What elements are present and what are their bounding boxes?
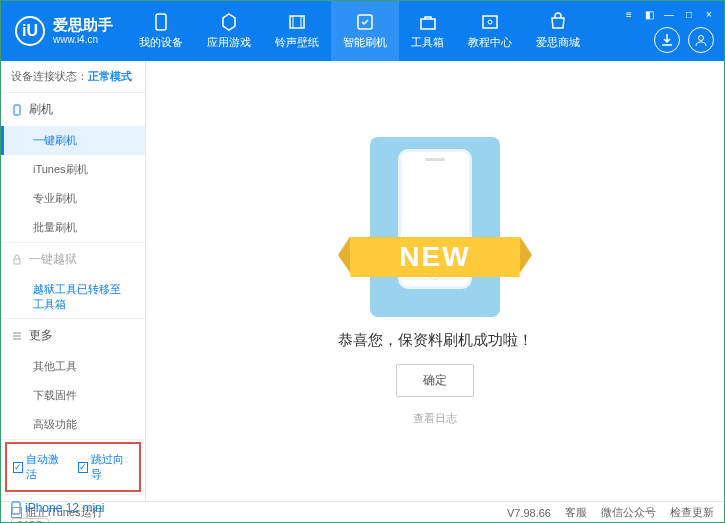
flash-icon xyxy=(355,12,375,32)
wallpaper-icon xyxy=(287,12,307,32)
footer-link-wechat[interactable]: 微信公众号 xyxy=(601,505,656,520)
main-nav: 我的设备应用游戏铃声壁纸智能刷机工具箱教程中心爱思商城 xyxy=(127,1,592,61)
checkbox-icon: ✓ xyxy=(78,462,88,473)
version-label: V7.98.66 xyxy=(507,507,551,519)
checkbox-1[interactable]: ✓跳过向导 xyxy=(78,452,133,482)
close-icon[interactable]: × xyxy=(702,7,716,21)
checkbox-icon: ✓ xyxy=(13,462,23,473)
sidebar: 设备连接状态：正常模式 刷机 一键刷机iTunes刷机专业刷机批量刷机 一键越狱… xyxy=(1,61,146,501)
app-title: 爱思助手 xyxy=(53,17,113,34)
user-icon[interactable] xyxy=(688,27,714,53)
tutorial-icon xyxy=(480,12,500,32)
nav-flash[interactable]: 智能刷机 xyxy=(331,1,399,61)
logo-area: iU 爱思助手 www.i4.cn xyxy=(1,16,127,46)
lock-icon xyxy=(11,254,23,266)
svg-point-5 xyxy=(488,20,492,24)
sidebar-item-more-2[interactable]: 高级功能 xyxy=(1,410,145,439)
nav-tutorial[interactable]: 教程中心 xyxy=(456,1,524,61)
options-highlight-box: ✓自动激活✓跳过向导 xyxy=(5,442,141,492)
phone-icon xyxy=(11,104,23,116)
svg-rect-0 xyxy=(156,14,166,30)
footer-link-support[interactable]: 客服 xyxy=(565,505,587,520)
app-url: www.i4.cn xyxy=(53,34,113,45)
nav-shop[interactable]: 爱思商城 xyxy=(524,1,592,61)
success-message: 恭喜您，保资料刷机成功啦！ xyxy=(338,331,533,350)
main-content: NEW 恭喜您，保资料刷机成功啦！ 确定 查看日志 xyxy=(146,61,724,501)
logo-icon: iU xyxy=(15,16,45,46)
nav-phone[interactable]: 我的设备 xyxy=(127,1,195,61)
new-banner: NEW xyxy=(350,236,521,276)
sidebar-item-more-0[interactable]: 其他工具 xyxy=(1,352,145,381)
svg-rect-3 xyxy=(421,19,435,29)
app-header: iU 爱思助手 www.i4.cn 我的设备应用游戏铃声壁纸智能刷机工具箱教程中… xyxy=(1,1,724,61)
nav-apps[interactable]: 应用游戏 xyxy=(195,1,263,61)
block-itunes-label: 阻止iTunes运行 xyxy=(26,505,103,520)
footer-link-update[interactable]: 检查更新 xyxy=(670,505,714,520)
block-itunes-checkbox[interactable] xyxy=(11,507,22,518)
svg-rect-8 xyxy=(14,259,20,264)
sidebar-item-flash-1[interactable]: iTunes刷机 xyxy=(1,155,145,184)
minimize-icon[interactable]: — xyxy=(662,7,676,21)
apps-icon xyxy=(219,12,239,32)
connection-status: 设备连接状态：正常模式 xyxy=(1,61,145,93)
sidebar-item-more-1[interactable]: 下载固件 xyxy=(1,381,145,410)
skin-icon[interactable]: ◧ xyxy=(642,7,656,21)
phone-illustration: NEW xyxy=(370,137,500,317)
shop-icon xyxy=(548,12,568,32)
maximize-icon[interactable]: □ xyxy=(682,7,696,21)
sidebar-item-flash-3[interactable]: 批量刷机 xyxy=(1,213,145,242)
checkbox-0[interactable]: ✓自动激活 xyxy=(13,452,68,482)
jailbreak-note: 越狱工具已转移至工具箱 xyxy=(1,276,145,318)
download-icon[interactable] xyxy=(654,27,680,53)
toolbox-icon xyxy=(418,12,438,32)
sidebar-section-flash[interactable]: 刷机 xyxy=(1,93,145,126)
view-log-link[interactable]: 查看日志 xyxy=(413,411,457,426)
menu-icon[interactable]: ≡ xyxy=(622,7,636,21)
sidebar-section-jailbreak[interactable]: 一键越狱 xyxy=(1,243,145,276)
confirm-button[interactable]: 确定 xyxy=(396,364,474,397)
window-controls: ≡ ◧ — □ × xyxy=(622,7,716,21)
nav-toolbox[interactable]: 工具箱 xyxy=(399,1,456,61)
svg-point-6 xyxy=(699,36,704,41)
svg-rect-4 xyxy=(483,16,497,28)
sidebar-item-flash-2[interactable]: 专业刷机 xyxy=(1,184,145,213)
svg-rect-1 xyxy=(290,16,304,28)
list-icon xyxy=(11,330,23,342)
phone-icon xyxy=(151,12,171,32)
nav-wallpaper[interactable]: 铃声壁纸 xyxy=(263,1,331,61)
sidebar-item-flash-0[interactable]: 一键刷机 xyxy=(1,126,145,155)
sidebar-section-more[interactable]: 更多 xyxy=(1,319,145,352)
svg-rect-7 xyxy=(14,105,20,115)
